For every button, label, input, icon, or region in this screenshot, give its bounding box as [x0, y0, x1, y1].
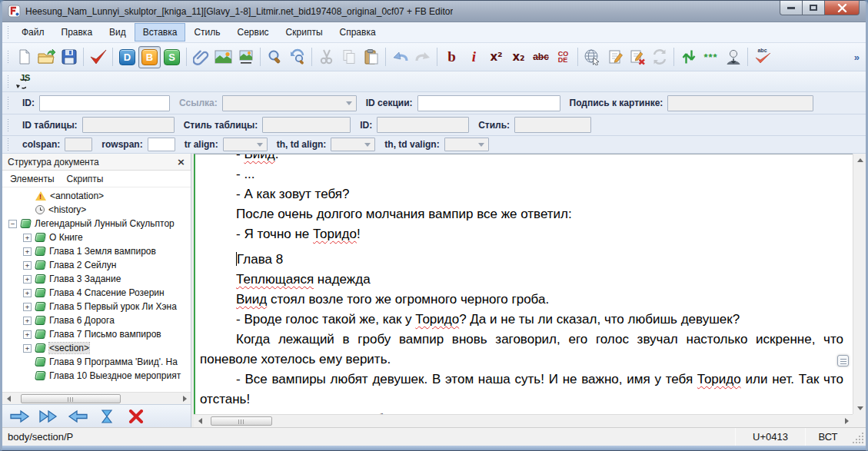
row3-grip[interactable]	[7, 138, 9, 151]
combo-th-td-valign-[interactable]	[444, 138, 489, 151]
run-script-button[interactable]: JS	[13, 72, 36, 91]
tree-item-label[interactable]: Глава 2 Сейлун	[49, 260, 116, 270]
expand-icon[interactable]: +	[23, 289, 32, 297]
expand-icon[interactable]: +	[23, 275, 32, 284]
expand-icon[interactable]: +	[23, 317, 32, 325]
toolbar-overflow-chevron[interactable]: »	[854, 51, 861, 63]
input-rowspan-[interactable]	[148, 138, 175, 151]
hyperlink-button[interactable]	[581, 46, 604, 68]
find-button[interactable]	[264, 46, 286, 68]
paragraph[interactable]: Когда лежащий в гробу вампир вновь загов…	[200, 330, 843, 370]
tab-scripts[interactable]: Скрипты	[67, 174, 104, 184]
source-view-button[interactable]: S	[161, 46, 183, 68]
combo-tr-align-[interactable]	[223, 138, 268, 151]
insert-inline-image-button[interactable]	[234, 46, 257, 68]
tree-item[interactable]: <history>	[2, 203, 191, 217]
input-подпись-к-картинке-[interactable]	[667, 95, 813, 111]
combo-ссылка-[interactable]	[222, 95, 357, 111]
tree-item[interactable]: +О Книге	[2, 230, 191, 244]
strikethrough-button[interactable]: abc	[530, 46, 552, 68]
body-view-button[interactable]: B	[138, 46, 161, 68]
menubar-grip[interactable]	[7, 25, 9, 39]
tree-item[interactable]: +Глава 2 Сейлун	[2, 258, 191, 272]
note-button[interactable]	[604, 46, 626, 68]
tree-item[interactable]: +Глава 1 Земля вампиров	[2, 244, 191, 258]
close-button[interactable]	[824, 1, 860, 15]
scrollbar-thumb[interactable]	[21, 394, 121, 403]
expand-icon[interactable]: +	[23, 247, 32, 256]
scripts-toolbar-grip[interactable]	[7, 75, 9, 88]
paragraph[interactable]: Теплющаяся надежда	[200, 270, 843, 290]
words-button[interactable]: ***	[700, 46, 722, 68]
insert-image-button[interactable]	[212, 46, 234, 68]
scroll-left-icon[interactable]	[194, 415, 206, 427]
italic-button[interactable]: i	[463, 46, 485, 68]
scroll-left-icon[interactable]	[2, 393, 15, 405]
tree-item-label[interactable]: Глава 10 Выездное мероприят	[49, 370, 181, 381]
tree-item[interactable]: +Глава 5 Первый урок Ли Хэна	[2, 300, 191, 313]
tree-item-label[interactable]: Глава 5 Первый урок Ли Хэна	[49, 301, 177, 312]
menu-item[interactable]: Вид	[101, 23, 135, 41]
document-text[interactable]: - Виид:- ...- А как зовут тебя?После оче…	[194, 154, 853, 414]
go-back-button[interactable]	[65, 406, 90, 426]
scroll-right-icon[interactable]	[178, 393, 191, 405]
panel-close-button[interactable]: ×	[177, 158, 185, 167]
redo-button[interactable]	[411, 46, 434, 68]
scrollbar-thumb[interactable]	[211, 416, 272, 426]
row2-grip[interactable]	[7, 118, 9, 132]
superscript-button[interactable]: x²	[485, 46, 507, 68]
menu-item[interactable]: Правка	[53, 23, 101, 41]
input-id-[interactable]	[377, 117, 469, 133]
paragraph[interactable]: - Вроде голос такой же, как у Торидо? Да…	[200, 310, 843, 330]
code-button[interactable]: CO DE	[552, 46, 574, 68]
input-id-таблицы-[interactable]	[82, 117, 175, 133]
menu-item[interactable]: Скрипты	[278, 23, 331, 41]
paragraph[interactable]: Виид стоял возле того же огромного черно…	[200, 290, 843, 310]
tree-item[interactable]: <annotation>	[2, 189, 191, 203]
open-button[interactable]	[35, 46, 58, 68]
input-id-[interactable]	[39, 95, 170, 111]
undo-button[interactable]	[389, 46, 411, 68]
expand-icon[interactable]: +	[23, 261, 32, 270]
tree-item[interactable]: +Глава 3 Задание	[2, 272, 191, 286]
copy-button[interactable]	[338, 46, 360, 68]
menu-item[interactable]: Вставка	[135, 23, 186, 41]
attach-link-button[interactable]	[190, 46, 212, 68]
resize-grip-icon[interactable]	[850, 430, 864, 444]
refresh-button[interactable]	[648, 46, 670, 68]
paragraph[interactable]: - Виид:	[200, 154, 843, 164]
tree-item-label[interactable]: Легендарный Лунный Скульптор	[35, 218, 175, 229]
go-fast-forward-button[interactable]	[36, 406, 61, 426]
paragraph[interactable]: После очень долгого молчания вампир все …	[200, 204, 843, 224]
combo-th-td-align-[interactable]	[331, 138, 375, 151]
input-стиль-[interactable]	[514, 117, 591, 133]
tree-item-label[interactable]: Глава 3 Задание	[49, 274, 121, 284]
minimize-button[interactable]	[780, 1, 803, 15]
tree-item-label[interactable]: Глава 4 Спасение Розерин	[49, 287, 165, 298]
horizontal-scrollbar[interactable]	[194, 414, 853, 427]
description-view-button[interactable]: D	[116, 46, 138, 68]
expand-icon[interactable]: +	[23, 330, 32, 339]
sync-button[interactable]	[677, 46, 700, 68]
maximize-button[interactable]	[803, 1, 824, 15]
save-button[interactable]	[58, 46, 80, 68]
paragraph[interactable]: Глава 8	[200, 250, 843, 270]
input-id-секции-[interactable]	[417, 95, 560, 111]
paragraph[interactable]: - А как зовут тебя?	[200, 184, 843, 204]
tree-item-label[interactable]: Глава 9 Программа 'Виид'. На	[49, 356, 178, 367]
subscript-button[interactable]: x₂	[507, 46, 530, 68]
tree-item[interactable]: +<section>	[2, 341, 191, 355]
tree-item[interactable]: +Глава 6 Дорога	[2, 313, 191, 327]
delete-element-button[interactable]	[124, 406, 148, 426]
row1-grip[interactable]	[7, 96, 9, 110]
remove-note-button[interactable]	[626, 46, 648, 68]
tree-item-label[interactable]: Глава 7 Письмо вампиров	[49, 329, 161, 340]
scroll-right-icon[interactable]	[840, 415, 853, 427]
wait-button[interactable]	[95, 406, 119, 426]
scroll-up-icon[interactable]	[853, 154, 866, 166]
spellcheck-button[interactable]: abc	[751, 46, 773, 68]
paragraph[interactable]: - Я точно не Торидо!	[200, 224, 843, 244]
menu-item[interactable]: Файл	[13, 23, 53, 41]
tree-item-label[interactable]: <history>	[48, 204, 86, 215]
expand-icon[interactable]: +	[23, 303, 32, 311]
